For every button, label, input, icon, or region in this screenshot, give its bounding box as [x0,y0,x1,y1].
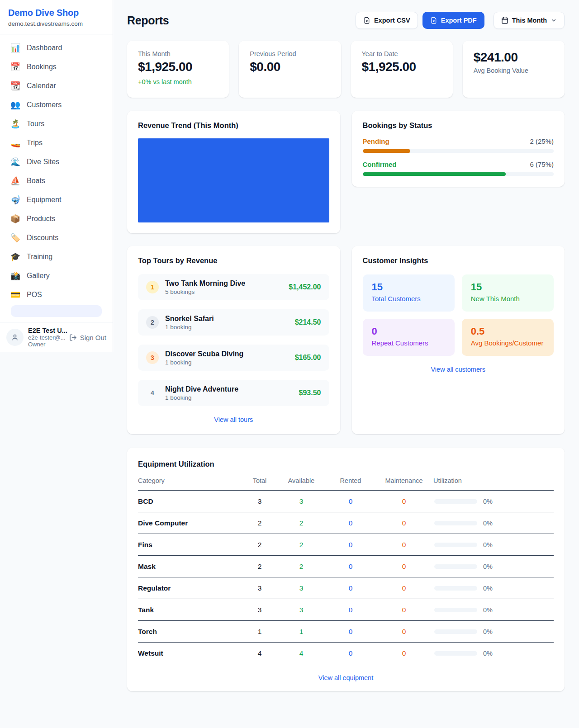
equipment-utilization-cell: 0% [433,585,554,592]
sidebar-item-discounts[interactable]: 🏷️ Discounts [5,228,107,247]
stat-label: Year to Date [362,50,442,57]
col-rented: Rented [327,477,375,484]
table-row: Mask 2 2 0 0 0% [138,556,554,577]
status-label: Confirmed [363,161,397,168]
sidebar: Demo Dive Shop demo.test.divestreams.com… [0,0,113,352]
sidebar-item-customers[interactable]: 👥 Customers [5,95,107,114]
export-csv-label: Export CSV [374,17,410,24]
export-pdf-label: Export PDF [441,17,477,24]
progress-track [363,149,554,153]
sidebar-item-dive-sites[interactable]: 🌊 Dive Sites [5,152,107,171]
sidebar-item-tours[interactable]: 🏝️ Tours [5,114,107,133]
sign-out-icon [69,334,77,341]
equipment-available: 2 [276,519,327,527]
tour-revenue: $93.50 [299,389,321,397]
equipment-rented: 0 [327,519,375,527]
utilization-percent: 0% [483,498,493,505]
period-label: This Month [512,17,547,24]
progress-track [363,172,554,176]
equipment-total: 2 [243,519,276,527]
export-pdf-button[interactable]: Export PDF [422,12,484,29]
tour-name: Snorkel Safari [165,315,214,323]
equipment-category: Tank [138,606,243,614]
tile-repeat-customers: 0 Repeat Customers [363,319,455,356]
calendar-icon: 📆 [10,81,21,91]
col-maintenance: Maintenance [375,477,433,484]
tile-value: 15 [372,281,446,293]
equipment-maintenance: 0 [375,584,433,592]
sidebar-item-label: Equipment [27,196,62,204]
equipment-rented: 0 [327,497,375,506]
page-header: Reports Export CSV Export PDF [127,12,565,29]
equipment-total: 2 [243,563,276,571]
user-email: e2e-tester@... [28,334,65,341]
equipment-rented: 0 [327,649,375,657]
export-csv-button[interactable]: Export CSV [356,12,418,29]
sidebar-header: Demo Dive Shop demo.test.divestreams.com [0,0,113,34]
rank-badge: 2 [146,316,159,329]
utilization-track [434,521,477,525]
utilization-track [434,586,477,591]
rank-badge: 4 [146,387,159,399]
revenue-trend-chart [138,138,329,222]
equipment-category: Dive Computer [138,519,243,527]
equipment-total: 2 [243,541,276,549]
equipment-category: Torch [138,628,243,636]
sidebar-item-reports-active[interactable] [11,305,102,317]
sidebar-user-footer: E2E Test U... e2e-tester@... Owner Sign … [0,322,113,352]
sidebar-item-equipment[interactable]: 🤿 Equipment [5,190,107,209]
view-all-customers-link[interactable]: View all customers [363,366,554,373]
sidebar-item-training[interactable]: 🎓 Training [5,247,107,266]
sidebar-item-products[interactable]: 📦 Products [5,209,107,228]
reports-page: Demo Dive Shop demo.test.divestreams.com… [0,0,579,728]
stat-value: $1,925.00 [138,60,218,74]
sidebar-item-gallery[interactable]: 📸 Gallery [5,266,107,285]
speedboat-icon: 🚤 [10,138,21,148]
equipment-maintenance: 0 [375,563,433,571]
equipment-available: 3 [276,606,327,614]
view-all-tours-link[interactable]: View all tours [138,416,329,423]
customer-insights-title: Customer Insights [363,256,554,265]
utilization-track [434,499,477,504]
sign-out-button[interactable]: Sign Out [69,334,106,341]
shop-domain: demo.test.divestreams.com [8,20,104,27]
equipment-maintenance: 0 [375,497,433,506]
sidebar-item-label: Discounts [27,234,58,242]
progress-fill [363,149,411,153]
stat-label: Previous Period [250,50,330,57]
equipment-available: 3 [276,584,327,592]
sidebar-item-boats[interactable]: ⛵ Boats [5,171,107,190]
sidebar-item-calendar[interactable]: 📆 Calendar [5,76,107,95]
sidebar-item-label: Dashboard [27,44,62,52]
sidebar-item-trips[interactable]: 🚤 Trips [5,133,107,152]
utilization-percent: 0% [483,563,493,570]
list-item: 3 Discover Scuba Diving 1 booking $165.0… [138,345,329,371]
view-all-equipment-link[interactable]: View all equipment [138,674,554,681]
equipment-category: Mask [138,563,243,571]
utilization-track [434,543,477,547]
customers-icon: 👥 [10,100,21,110]
bookings-by-status-card: Bookings by Status Pending 2 (25%) Confi… [352,111,565,187]
tile-label: Total Customers [372,295,446,303]
tour-bookings: 1 booking [165,394,238,401]
tile-label: Avg Bookings/Customer [471,339,545,347]
equipment-utilization-cell: 0% [433,541,554,548]
period-dropdown[interactable]: This Month [494,12,565,29]
status-row-pending: Pending 2 (25%) [363,137,554,153]
equipment-total: 3 [243,606,276,614]
equipment-category: Fins [138,541,243,549]
sidebar-item-dashboard[interactable]: 📊 Dashboard [5,38,107,57]
sidebar-item-label: Tours [27,120,44,128]
bookings-by-status-title: Bookings by Status [363,121,554,130]
sidebar-item-label: Gallery [27,272,50,280]
equipment-utilization-cell: 0% [433,520,554,527]
stat-card-year-to-date: Year to Date $1,925.00 [351,41,453,98]
tile-new-this-month: 15 New This Month [462,274,554,312]
equipment-category: Wetsuit [138,649,243,657]
sidebar-item-bookings[interactable]: 📅 Bookings [5,57,107,76]
sidebar-item-label: Trips [27,139,43,147]
col-category: Category [138,477,243,484]
sidebar-item-pos[interactable]: 💳 POS [5,285,107,304]
equipment-total: 1 [243,628,276,636]
status-label: Pending [363,137,389,145]
